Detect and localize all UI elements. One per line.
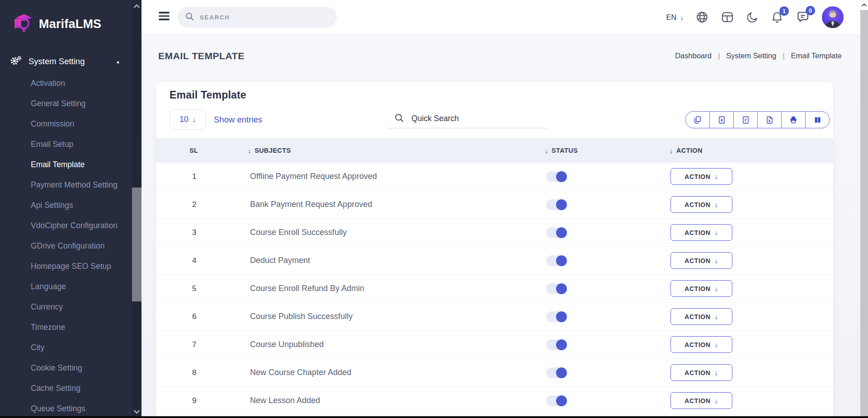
- layout-icon[interactable]: [721, 10, 734, 24]
- page-title: EMAIL TEMPLATE: [158, 51, 245, 61]
- hamburger-menu-icon[interactable]: [159, 12, 170, 20]
- status-toggle[interactable]: [546, 199, 567, 210]
- messages-chat-icon[interactable]: 0: [796, 10, 810, 24]
- chevron-down-icon: ↓: [715, 313, 718, 320]
- sidebar-item-label: Cookie Setting: [31, 363, 82, 373]
- action-dropdown-button[interactable]: ACTION ↓: [670, 252, 732, 269]
- export-copy-button[interactable]: [686, 112, 709, 128]
- entries-value: 10: [179, 115, 189, 124]
- gears-icon: [10, 55, 22, 69]
- status-toggle[interactable]: [546, 227, 567, 238]
- search-input[interactable]: [199, 14, 318, 21]
- sidebar-item-label: VdoCipher Configuration: [31, 221, 118, 230]
- dark-mode-moon-icon[interactable]: [746, 11, 759, 23]
- quick-search-input[interactable]: [410, 113, 539, 124]
- globe-icon[interactable]: [695, 10, 709, 24]
- status-toggle[interactable]: [546, 171, 567, 182]
- row-serial: 4: [156, 256, 248, 265]
- sidebar: MarifaLMS System Setting ▲ Activation Ge…: [0, 0, 132, 418]
- brand-logo[interactable]: MarifaLMS: [0, 0, 132, 36]
- sidebar-item-label: Queue Settings: [31, 404, 85, 413]
- entries-per-page-select[interactable]: 10 ↓: [170, 109, 206, 130]
- export-columns-button[interactable]: [805, 112, 829, 128]
- column-header-action[interactable]: ↓ ACTION: [670, 147, 833, 155]
- sidebar-item-label: Homepage SEO Setup: [31, 262, 111, 271]
- row-serial: 7: [156, 340, 248, 349]
- sort-icon: ↓: [545, 147, 548, 155]
- breadcrumb-system-setting[interactable]: System Setting: [726, 52, 776, 60]
- sidebar-group-system-setting[interactable]: System Setting ▲: [0, 52, 132, 71]
- toggle-knob: [556, 255, 567, 266]
- breadcrumb: Dashboard | System Setting | Email Templ…: [675, 52, 842, 60]
- topbar: EN ↓ 1: [142, 0, 860, 34]
- chevron-down-icon: ↓: [715, 397, 718, 404]
- export-print-button[interactable]: [781, 112, 805, 128]
- notification-badge: 1: [779, 6, 789, 16]
- row-serial: 1: [156, 172, 248, 181]
- sidebar-item[interactable]: Commission: [0, 114, 132, 134]
- sidebar-item[interactable]: Language: [0, 277, 132, 297]
- column-header-status[interactable]: ↓ STATUS: [545, 147, 670, 155]
- action-dropdown-button[interactable]: ACTION ↓: [670, 392, 732, 409]
- page-scrollbar[interactable]: [860, 0, 868, 418]
- export-csv-button[interactable]: [733, 112, 757, 128]
- sidebar-scroll-up-icon[interactable]: [132, 1, 142, 11]
- table-row: 6 Course Publish Successfully ACTION ↓: [156, 303, 833, 331]
- page-scroll-up-icon[interactable]: [860, 0, 868, 10]
- table-row: 8 New Course Chapter Added ACTION ↓: [156, 359, 833, 387]
- status-toggle[interactable]: [546, 311, 567, 322]
- sidebar-item[interactable]: Activation: [0, 73, 132, 94]
- sidebar-item[interactable]: Payment Method Setting: [0, 175, 132, 195]
- export-excel-button[interactable]: [709, 112, 733, 128]
- chevron-down-icon: ↓: [680, 14, 684, 21]
- status-toggle[interactable]: [546, 339, 567, 350]
- sidebar-item[interactable]: GDrive Configuration: [0, 236, 132, 256]
- action-dropdown-button[interactable]: ACTION ↓: [670, 336, 732, 353]
- sidebar-item[interactable]: Api Settings: [0, 195, 132, 216]
- action-dropdown-button[interactable]: ACTION ↓: [670, 168, 732, 185]
- table-row: 5 Course Enroll Refund By Admin ACTION ↓: [156, 275, 833, 303]
- sidebar-item[interactable]: General Setting: [0, 94, 132, 114]
- topbar-search[interactable]: [178, 7, 337, 28]
- status-toggle[interactable]: [546, 255, 567, 266]
- status-toggle[interactable]: [546, 395, 567, 406]
- toggle-knob: [556, 171, 567, 182]
- action-dropdown-button[interactable]: ACTION ↓: [670, 224, 732, 241]
- sidebar-item[interactable]: Currency: [0, 297, 132, 317]
- row-serial: 9: [156, 396, 248, 405]
- sidebar-item[interactable]: Queue Settings: [0, 399, 132, 418]
- action-dropdown-button[interactable]: ACTION ↓: [670, 308, 732, 325]
- caret-up-icon: ▲: [116, 59, 120, 64]
- action-dropdown-button[interactable]: ACTION ↓: [670, 364, 732, 381]
- status-toggle[interactable]: [546, 283, 567, 294]
- chevron-down-icon: ↓: [192, 116, 196, 124]
- sidebar-item-label: Email Setup: [31, 140, 73, 149]
- breadcrumb-dashboard[interactable]: Dashboard: [675, 52, 712, 60]
- sidebar-item[interactable]: City: [0, 338, 132, 358]
- sidebar-item[interactable]: VdoCipher Configuration: [0, 216, 132, 236]
- language-selector[interactable]: EN ↓: [666, 13, 684, 22]
- sidebar-group-label: System Setting: [28, 56, 109, 66]
- row-serial: 8: [156, 368, 248, 377]
- sidebar-item[interactable]: Cookie Setting: [0, 358, 132, 378]
- export-pdf-button[interactable]: [757, 112, 781, 128]
- toggle-knob: [556, 227, 567, 238]
- window-bottom-edge: [0, 416, 868, 418]
- column-header-subjects[interactable]: ↓ SUBJECTS: [248, 147, 545, 155]
- status-toggle[interactable]: [546, 367, 567, 378]
- sidebar-scroll-down-icon[interactable]: [132, 407, 142, 417]
- action-dropdown-button[interactable]: ACTION ↓: [670, 196, 732, 213]
- user-avatar[interactable]: [822, 6, 844, 28]
- action-dropdown-button[interactable]: ACTION ↓: [670, 280, 732, 297]
- notifications-bell-icon[interactable]: 1: [770, 10, 784, 24]
- sidebar-item[interactable]: Email Setup: [0, 134, 132, 155]
- sidebar-item[interactable]: Cache Setting: [0, 378, 132, 399]
- sidebar-item-label: General Setting: [31, 99, 86, 108]
- sidebar-scrollbar-thumb[interactable]: [132, 188, 142, 301]
- sidebar-item[interactable]: Timezone: [0, 317, 132, 338]
- sidebar-item[interactable]: Homepage SEO Setup: [0, 256, 132, 277]
- sidebar-item[interactable]: Email Template: [0, 155, 132, 175]
- table-row: 4 Deduct Payment ACTION ↓: [156, 247, 833, 275]
- sidebar-scrollbar[interactable]: [132, 0, 142, 418]
- quick-search-field[interactable]: [388, 109, 547, 128]
